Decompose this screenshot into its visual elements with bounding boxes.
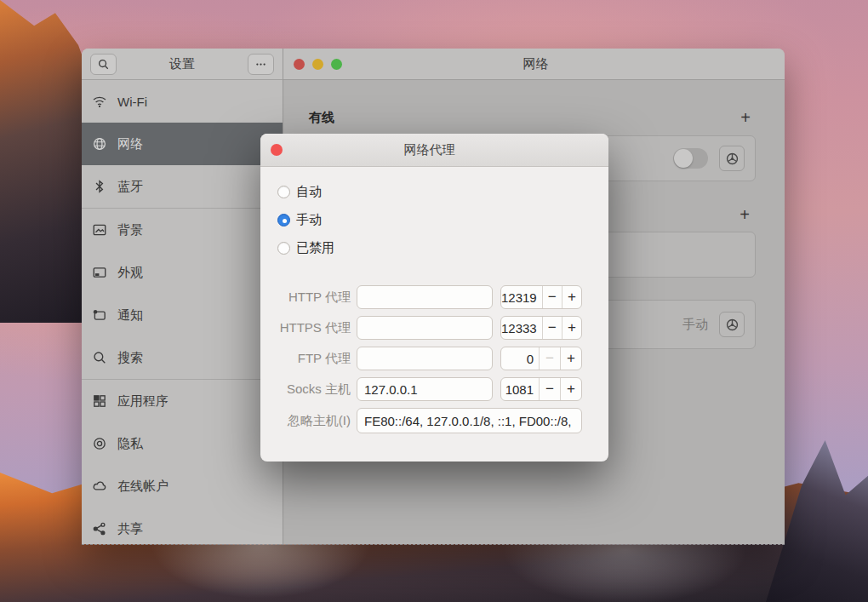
- more-icon: [254, 58, 267, 71]
- gear-icon: [725, 152, 740, 166]
- sidebar-item-wifi[interactable]: Wi-Fi: [82, 80, 283, 123]
- radio-icon: [277, 242, 290, 255]
- ignore-hosts-row: 忽略主机(I): [260, 408, 608, 433]
- settings-sidebar: 设置 Wi-Fi 网络: [82, 49, 283, 544]
- proxy-settings-button[interactable]: [719, 312, 745, 337]
- ignore-hosts-input[interactable]: [357, 408, 582, 433]
- ftp-proxy-port-spinner: 0 − +: [500, 347, 582, 370]
- wifi-icon: [92, 94, 107, 109]
- radio-disabled[interactable]: 已禁用: [277, 234, 608, 262]
- proxy-mode-value: 手动: [682, 317, 708, 333]
- radio-icon-selected: [277, 214, 290, 226]
- ftp-proxy-label: FTP 代理: [260, 351, 351, 367]
- sidebar-title: 设置: [117, 56, 248, 72]
- sidebar-item-label: 在线帐户: [117, 479, 168, 495]
- proxy-mode-radios: 自动 手动 已禁用: [277, 178, 608, 262]
- sidebar-item-label: 搜索: [117, 350, 143, 366]
- proxy-form: HTTP 代理 12319 − + HTTPS 代理 12333 − +: [260, 285, 608, 433]
- desktop: 设置 Wi-Fi 网络: [0, 0, 868, 602]
- radio-label: 已禁用: [296, 240, 334, 256]
- radio-manual[interactable]: 手动: [277, 206, 608, 234]
- minimize-window-button[interactable]: [312, 59, 323, 70]
- sidebar-item-privacy[interactable]: 隐私: [82, 422, 283, 465]
- search-button[interactable]: [90, 54, 117, 75]
- ftp-proxy-host-input[interactable]: [357, 347, 493, 370]
- sidebar-item-label: 外观: [117, 265, 143, 281]
- socks-host-input[interactable]: [357, 377, 493, 401]
- https-proxy-port-spinner: 12333 − +: [500, 316, 582, 340]
- background-icon: [92, 222, 107, 238]
- sidebar-item-label: Wi-Fi: [117, 95, 147, 109]
- bluetooth-icon: [92, 179, 107, 194]
- sidebar-item-online-accounts[interactable]: 在线帐户: [82, 465, 283, 507]
- port-value[interactable]: 1081: [501, 378, 539, 400]
- add-vpn-button[interactable]: +: [734, 204, 755, 225]
- wired-section-header: 有线 +: [309, 107, 756, 128]
- sidebar-item-applications[interactable]: 应用程序: [82, 380, 283, 422]
- sidebar-item-network[interactable]: 网络: [82, 123, 283, 165]
- sidebar-item-background[interactable]: 背景: [82, 209, 283, 251]
- http-proxy-port-spinner: 12319 − +: [500, 285, 582, 309]
- increment-button[interactable]: +: [560, 347, 581, 370]
- ignore-hosts-label: 忽略主机(I): [260, 413, 351, 429]
- https-proxy-host-input[interactable]: [357, 316, 493, 340]
- dialog-body: 自动 手动 已禁用 HTTP 代理 12319 −: [260, 167, 608, 462]
- sidebar-item-label: 隐私: [117, 436, 143, 452]
- decrement-button[interactable]: −: [542, 286, 562, 308]
- socks-port-spinner: 1081 − +: [500, 377, 582, 401]
- sidebar-header: 设置: [82, 49, 283, 80]
- ftp-proxy-row: FTP 代理 0 − +: [260, 347, 608, 370]
- socks-host-label: Socks 主机: [260, 381, 351, 398]
- sidebar-item-sharing[interactable]: 共享: [82, 507, 283, 545]
- increment-button[interactable]: +: [560, 378, 581, 400]
- decrement-button-disabled: −: [539, 347, 560, 370]
- window-title: 网络: [342, 56, 729, 72]
- dialog-titlebar: 网络代理: [260, 134, 608, 167]
- gear-icon: [725, 318, 740, 332]
- http-proxy-host-input[interactable]: [357, 285, 493, 309]
- decrement-button[interactable]: −: [542, 317, 562, 339]
- sidebar-item-search[interactable]: 搜索: [82, 336, 283, 379]
- notifications-icon: [92, 307, 107, 323]
- toggle-knob: [674, 149, 693, 168]
- search-icon: [92, 350, 107, 365]
- close-window-button[interactable]: [294, 59, 305, 70]
- sidebar-item-label: 网络: [117, 136, 143, 152]
- wired-settings-button[interactable]: [719, 146, 745, 171]
- decrement-button[interactable]: −: [539, 378, 560, 400]
- sidebar-nav: Wi-Fi 网络 蓝牙: [82, 80, 283, 544]
- maximize-window-button[interactable]: [331, 59, 342, 70]
- sidebar-item-label: 共享: [117, 521, 143, 537]
- sidebar-item-bluetooth[interactable]: 蓝牙: [82, 165, 283, 208]
- search-icon: [97, 58, 110, 71]
- https-proxy-label: HTTPS 代理: [260, 320, 351, 336]
- port-value[interactable]: 0: [501, 347, 539, 370]
- sidebar-item-notifications[interactable]: 通知: [82, 294, 283, 336]
- radio-automatic[interactable]: 自动: [277, 178, 608, 206]
- port-value[interactable]: 12333: [501, 317, 542, 339]
- dialog-title: 网络代理: [283, 142, 576, 158]
- sidebar-item-label: 蓝牙: [117, 179, 143, 195]
- port-value[interactable]: 12319: [501, 286, 542, 308]
- menu-button[interactable]: [248, 54, 274, 75]
- window-controls: [294, 59, 342, 70]
- appearance-icon: [92, 265, 107, 280]
- wired-toggle[interactable]: [673, 148, 708, 169]
- increment-button[interactable]: +: [562, 286, 581, 308]
- sidebar-item-label: 通知: [117, 307, 143, 324]
- radio-icon: [277, 186, 290, 198]
- sidebar-item-label: 应用程序: [117, 393, 168, 410]
- dialog-close-button[interactable]: [271, 144, 283, 156]
- radio-label: 手动: [296, 212, 322, 228]
- http-proxy-label: HTTP 代理: [260, 290, 351, 306]
- wired-heading: 有线: [309, 110, 334, 126]
- online-accounts-icon: [92, 479, 107, 494]
- applications-icon: [92, 393, 107, 409]
- add-wired-connection-button[interactable]: +: [735, 107, 756, 128]
- socks-host-row: Socks 主机 1081 − +: [260, 377, 608, 401]
- network-icon: [92, 136, 107, 152]
- sidebar-item-label: 背景: [117, 222, 143, 238]
- increment-button[interactable]: +: [562, 317, 581, 339]
- sidebar-item-appearance[interactable]: 外观: [82, 251, 283, 294]
- privacy-icon: [92, 436, 107, 451]
